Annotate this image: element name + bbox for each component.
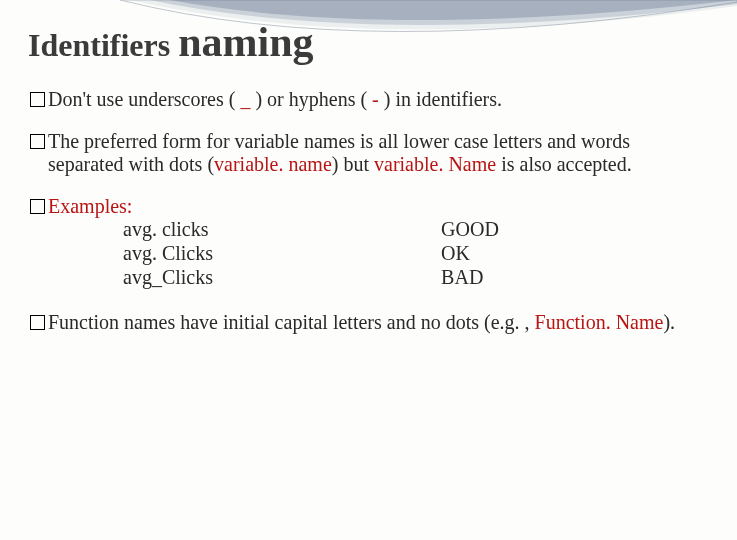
text: Don't use underscores ( — [48, 88, 240, 110]
example-var-2: variable. Name — [374, 153, 496, 175]
example-name: avg. clicks — [123, 218, 423, 242]
bullet-box-icon — [30, 92, 45, 107]
bullet-1-text: Don't use underscores ( _ ) or hyphens (… — [48, 88, 709, 112]
bullet-list: Don't use underscores ( _ ) or hyphens (… — [30, 88, 709, 335]
example-var-1: variable. name — [214, 153, 332, 175]
slide-title: Identifiers naming — [28, 18, 709, 66]
examples-label: Examples: — [48, 195, 709, 219]
example-rating: OK — [441, 242, 709, 266]
example-name: avg. Clicks — [123, 242, 423, 266]
bullet-box-icon — [30, 134, 45, 149]
bullet-2-text: The preferred form for variable names is… — [48, 130, 709, 177]
bullet-4-text: Function names have initial capital lett… — [48, 311, 709, 335]
title-word-2: naming — [178, 19, 313, 65]
example-rating: BAD — [441, 266, 709, 290]
text: ). — [663, 311, 675, 333]
bullet-4: Function names have initial capital lett… — [30, 311, 709, 335]
underscore-char: _ — [240, 88, 250, 110]
text: ) or hyphens ( — [250, 88, 372, 110]
examples-grid: avg. clicks GOOD avg. Clicks OK avg_Clic… — [123, 218, 709, 289]
hyphen-char: - — [372, 88, 379, 110]
title-word-1: Identifiers — [28, 27, 170, 63]
bullet-1: Don't use underscores ( _ ) or hyphens (… — [30, 88, 709, 112]
text: is also accepted. — [496, 153, 632, 175]
function-name-example: Function. Name — [535, 311, 664, 333]
text: Function names have initial capital lett… — [48, 311, 535, 333]
example-rating: GOOD — [441, 218, 709, 242]
text: ) but — [332, 153, 374, 175]
text: ) in identifiers. — [379, 88, 502, 110]
bullet-2: The preferred form for variable names is… — [30, 130, 709, 177]
example-name: avg_Clicks — [123, 266, 423, 290]
bullet-box-icon — [30, 199, 45, 214]
bullet-3-examples: Examples: avg. clicks GOOD avg. Clicks O… — [30, 195, 709, 289]
bullet-box-icon — [30, 315, 45, 330]
